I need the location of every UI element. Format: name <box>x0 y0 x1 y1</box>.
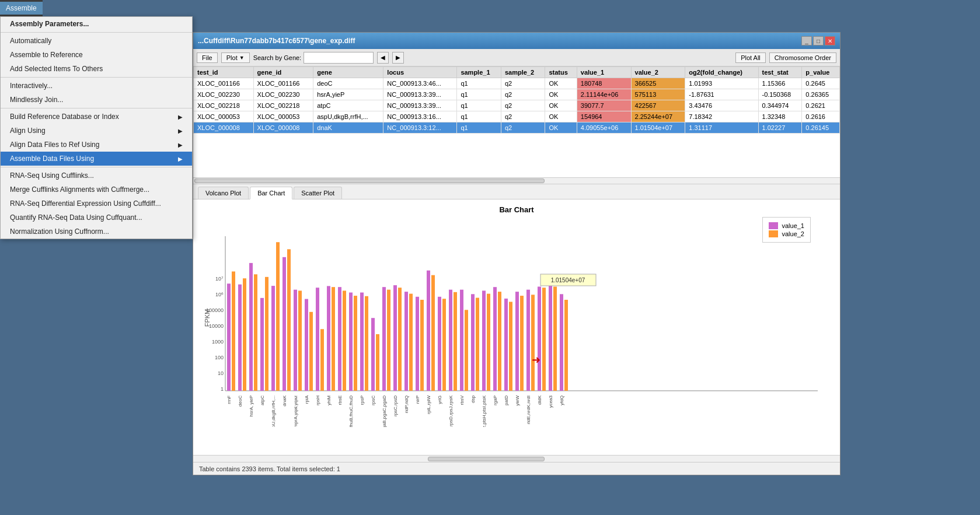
bar-value2[interactable] <box>487 294 490 391</box>
table-cell[interactable]: NC_000913.3:12... <box>383 122 457 134</box>
chart-hscroll-thumb[interactable] <box>428 457 545 461</box>
bar-value2[interactable] <box>254 274 257 391</box>
col-sample2[interactable]: sample_2 <box>501 67 545 78</box>
nav-prev-button[interactable]: ◀ <box>377 52 389 64</box>
table-cell[interactable]: NC_000913.3:39... <box>383 89 457 100</box>
table-cell[interactable]: XLOC_002230 <box>253 89 313 100</box>
menu-item-build-reference[interactable]: Build Reference Database or Index ▶ <box>1 110 192 124</box>
col-gene[interactable]: gene <box>313 67 383 78</box>
bar-value2[interactable] <box>498 292 501 391</box>
table-cell[interactable]: XLOC_000008 <box>194 122 254 134</box>
table-cell[interactable]: XLOC_002218 <box>253 100 313 111</box>
table-cell[interactable]: 575113 <box>631 89 685 100</box>
table-cell[interactable]: 0.26145 <box>802 122 840 134</box>
bar-value1[interactable] <box>327 286 330 391</box>
col-locus[interactable]: locus <box>383 67 457 78</box>
bar-value1[interactable] <box>227 283 231 391</box>
bar-value1[interactable] <box>504 299 508 391</box>
tab-bar-chart[interactable]: Bar Chart <box>250 187 292 199</box>
table-hscrollbar[interactable] <box>193 177 840 184</box>
tab-volcano-plot[interactable]: Volcano Plot <box>198 187 249 199</box>
bar-value1[interactable] <box>283 257 286 391</box>
bar-value1[interactable] <box>338 287 341 391</box>
bar-value1[interactable] <box>294 290 297 391</box>
table-cell[interactable]: 0.344974 <box>758 100 802 111</box>
bar-value2[interactable] <box>365 296 368 391</box>
table-cell[interactable]: OK <box>545 122 577 134</box>
menu-item-normalization[interactable]: Normalization Using Cuffnorm... <box>1 225 192 239</box>
bar-value2[interactable] <box>232 271 235 391</box>
col-sample1[interactable]: sample_1 <box>457 67 501 78</box>
table-cell[interactable]: XLOC_000008 <box>253 122 313 134</box>
table-cell[interactable]: 2.25244e+07 <box>631 111 685 122</box>
table-cell[interactable]: 2.11144e+06 <box>577 89 631 100</box>
hscroll-thumb[interactable] <box>194 178 545 183</box>
table-cell[interactable]: q2 <box>501 111 545 122</box>
table-cell[interactable]: NC_000913.3:46... <box>383 78 457 89</box>
bar-value1[interactable] <box>404 292 408 391</box>
bar-value1[interactable] <box>271 286 275 391</box>
close-button[interactable]: ✕ <box>825 36 835 45</box>
bar-value2[interactable] <box>542 288 546 391</box>
bar-value1[interactable] <box>471 294 475 391</box>
menu-item-assemble-to-reference[interactable]: Assemble to Reference <box>1 48 192 62</box>
plot-menu-button[interactable]: Plot ▼ <box>221 52 250 63</box>
nav-next-button[interactable]: ▶ <box>392 52 404 64</box>
table-cell[interactable]: OK <box>545 111 577 122</box>
table-cell[interactable]: 3.43476 <box>685 100 758 111</box>
table-row[interactable]: XLOC_000053XLOC_000053aspU,dkgB,rrfH,...… <box>194 111 840 122</box>
table-cell[interactable]: -1.87631 <box>685 89 758 100</box>
menu-item-interactively[interactable]: Interactively... <box>1 79 192 93</box>
table-cell[interactable]: 366525 <box>631 78 685 89</box>
table-cell[interactable]: 39077.7 <box>577 100 631 111</box>
bar-value2[interactable] <box>465 310 468 391</box>
table-cell[interactable]: q1 <box>457 122 501 134</box>
bar-value1[interactable] <box>305 299 308 391</box>
bar-value2[interactable] <box>387 290 390 391</box>
bar-value1[interactable] <box>449 290 452 391</box>
col-value1[interactable]: value_1 <box>577 67 631 78</box>
table-cell[interactable]: deoC <box>313 78 383 89</box>
table-row[interactable]: XLOC_002218XLOC_002218atpCNC_000913.3:39… <box>194 100 840 111</box>
table-row[interactable]: XLOC_001166XLOC_001166deoCNC_000913.3:46… <box>194 78 840 89</box>
bar-value2[interactable] <box>531 295 535 391</box>
table-cell[interactable]: 1.02227 <box>758 122 802 134</box>
bar-value1[interactable] <box>549 285 552 391</box>
menu-item-mindlessly-join[interactable]: Mindlessly Join... <box>1 93 192 107</box>
table-cell[interactable]: -0.150368 <box>758 89 802 100</box>
bar-value2[interactable] <box>553 286 557 391</box>
menu-item-automatically[interactable]: Automatically <box>1 34 192 48</box>
table-cell[interactable]: 0.26365 <box>802 89 840 100</box>
bar-value1[interactable] <box>538 286 541 391</box>
table-cell[interactable]: XLOC_001166 <box>194 78 254 89</box>
table-cell[interactable]: 1.15366 <box>758 78 802 89</box>
bar-value2[interactable] <box>354 296 357 391</box>
bar-value2[interactable] <box>454 292 457 391</box>
table-cell[interactable]: 0.2621 <box>802 100 840 111</box>
bar-value1[interactable] <box>460 290 463 391</box>
table-cell[interactable]: aspU,dkgB,rrfH,... <box>313 111 383 122</box>
bar-value1[interactable] <box>382 287 386 391</box>
menu-item-merge-cufflinks[interactable]: Merge Cufflinks Alignments with Cuffmerg… <box>1 183 192 197</box>
plot-all-button[interactable]: Plot All <box>735 52 766 63</box>
bar-value2[interactable] <box>520 296 524 391</box>
menu-item-assemble-data-files[interactable]: Assemble Data Files Using ▶ <box>1 152 192 166</box>
bar-value1[interactable] <box>438 297 441 391</box>
bar-value1[interactable] <box>560 294 563 391</box>
col-status[interactable]: status <box>545 67 577 78</box>
bar-value2[interactable] <box>343 290 346 391</box>
bar-value2[interactable] <box>564 300 568 391</box>
bar-value2[interactable] <box>298 290 302 391</box>
tab-scatter-plot[interactable]: Scatter Plot <box>294 187 342 199</box>
table-row[interactable]: XLOC_002230XLOC_002230hsrA,yiePNC_000913… <box>194 89 840 100</box>
bar-value2[interactable] <box>420 300 424 391</box>
table-row[interactable]: XLOC_000008XLOC_000008dnaKNC_000913.3:12… <box>194 122 840 134</box>
table-cell[interactable]: 1.32348 <box>758 111 802 122</box>
bar-value2[interactable] <box>320 329 324 391</box>
bar-value2[interactable] <box>509 302 512 391</box>
table-cell[interactable]: 1.31117 <box>685 122 758 134</box>
menu-item-quantify-cuffquant[interactable]: Quantify RNA-Seq Data Using Cuffquant... <box>1 211 192 225</box>
assemble-menu[interactable]: Assemble <box>0 2 43 15</box>
table-cell[interactable]: q2 <box>501 78 545 89</box>
menu-item-rnaseq-diffdiff[interactable]: RNA-Seq Differential Expression Using Cu… <box>1 197 192 211</box>
